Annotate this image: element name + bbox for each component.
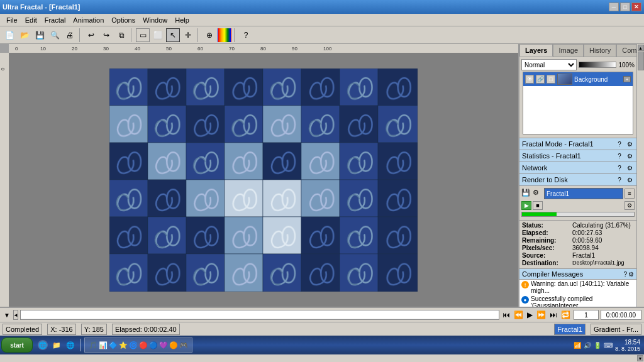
move-button[interactable]: ✛ — [181, 28, 195, 42]
help-button[interactable]: ? — [239, 28, 253, 42]
zoom-in-button[interactable]: ⊕ — [203, 28, 216, 42]
save-button[interactable]: 💾 — [33, 28, 47, 42]
panel-tabs: Layers Image History Comments — [519, 44, 636, 57]
tab-comments[interactable]: Comments — [616, 44, 636, 57]
status-y-coord: Y: 185 — [81, 324, 107, 335]
browse-button[interactable]: 🔍 — [48, 28, 62, 42]
copy-button[interactable]: ⧉ — [114, 28, 128, 42]
statistics-help-icon[interactable]: ? — [615, 151, 624, 160]
taskbar-folder-icon[interactable]: 📁 — [50, 337, 63, 353]
tab-history[interactable]: History — [584, 44, 616, 57]
network-help-icon[interactable]: ? — [615, 163, 624, 172]
loop-btn[interactable]: 🔁 — [560, 310, 572, 319]
svg-rect-23 — [301, 69, 340, 106]
zoom-rect-button[interactable]: ⬜ — [151, 28, 165, 42]
fractal-mode-label: Fractal Mode - Fractal1 — [522, 140, 594, 148]
render-help-icon[interactable]: ? — [615, 175, 624, 184]
window-controls[interactable]: ─ □ ✕ — [609, 3, 641, 11]
svg-text:50: 50 — [166, 46, 172, 52]
fractal-mode-section[interactable]: Fractal Mode - Fractal1 ? ⚙ — [519, 138, 636, 150]
start-button[interactable]: start — [1, 337, 33, 353]
fractal1-taskbtn[interactable]: Fractal1 — [554, 324, 586, 335]
menu-fractal[interactable]: Fractal — [41, 15, 70, 25]
undo-button[interactable]: ↩ — [84, 28, 98, 42]
fractal-mode-settings-icon[interactable]: ⚙ — [625, 140, 634, 148]
timeline-prev-btn[interactable]: ◄ — [13, 310, 18, 320]
render-settings-icon[interactable]: ⚙ — [625, 175, 634, 184]
network-section[interactable]: Network ? ⚙ — [519, 162, 636, 174]
render-filename-display: Fractal1 — [544, 188, 623, 199]
play-btn[interactable]: ▶ — [526, 310, 534, 319]
keyboard-icon: ⌨ — [604, 342, 613, 349]
render-stop-button[interactable]: ■ — [533, 201, 543, 210]
vscroll-thumb[interactable] — [638, 52, 644, 70]
fractal-image — [109, 69, 418, 292]
pixels-value: 36098.94 — [572, 244, 599, 251]
time-input[interactable]: 0:00:00.00 — [601, 310, 641, 320]
play-prev-btn[interactable]: ⏪ — [513, 310, 525, 319]
layer-add-button[interactable]: + — [623, 76, 631, 82]
redo-button[interactable]: ↪ — [99, 28, 113, 42]
maximize-button[interactable]: □ — [620, 3, 630, 11]
frame-input[interactable]: 1 — [574, 310, 599, 320]
color-button[interactable] — [218, 28, 231, 42]
fractal-mode-help-icon[interactable]: ? — [615, 140, 624, 148]
layer-controls: Normal 100% 👁 🔗 □ — [519, 57, 636, 138]
menu-help[interactable]: Help — [171, 15, 193, 25]
menu-window[interactable]: Window — [139, 15, 171, 25]
open-button[interactable]: 📂 — [18, 28, 31, 42]
svg-rect-48 — [340, 180, 378, 217]
rect-select-button[interactable]: ▭ — [136, 28, 150, 42]
close-button[interactable]: ✕ — [631, 3, 641, 11]
canvas-area: 0 10 20 30 40 50 60 70 80 90 100 0 — [0, 44, 518, 307]
layer-item-background[interactable]: 👁 🔗 □ Background + — [523, 72, 633, 86]
layer-visible-icon[interactable]: 👁 — [525, 75, 534, 84]
compiler-settings-icon[interactable]: ⚙ — [628, 271, 634, 278]
menu-file[interactable]: File — [3, 15, 21, 25]
svg-rect-27 — [148, 106, 186, 143]
taskbar-browser-icon[interactable]: 🌐 — [36, 337, 49, 353]
svg-text:80: 80 — [260, 46, 266, 52]
new-button[interactable]: 📄 — [3, 28, 16, 42]
play-end-btn[interactable]: ⏭ — [548, 310, 558, 319]
layer-list[interactable]: 👁 🔗 □ Background + — [523, 72, 633, 134]
fractal-viewport[interactable] — [9, 53, 518, 307]
blend-mode-select[interactable]: Normal — [521, 59, 577, 70]
menu-edit[interactable]: Edit — [21, 15, 41, 25]
menu-animation[interactable]: Animation — [69, 15, 108, 25]
menu-options[interactable]: Options — [108, 15, 139, 25]
elapsed-value: 0:00:27.63 — [572, 229, 602, 236]
taskbar-ie-icon[interactable]: 🌐 — [64, 337, 77, 353]
vscroll-up-btn[interactable]: ▲ — [638, 45, 644, 51]
render-to-disk-section[interactable]: Render to Disk ? ⚙ — [519, 174, 636, 186]
svg-rect-41 — [378, 143, 418, 180]
render-start-button[interactable]: ▶ — [521, 201, 531, 210]
tab-layers[interactable]: Layers — [519, 44, 553, 57]
print-button[interactable]: 🖨 — [63, 28, 77, 42]
svg-rect-24 — [340, 69, 378, 106]
compiler-header: Compiler Messages ? ⚙ — [519, 268, 636, 280]
tab-image[interactable]: Image — [553, 44, 584, 57]
network-icon: 📶 — [574, 342, 581, 349]
pointer-button[interactable]: ↖ — [166, 28, 180, 42]
minimize-button[interactable]: ─ — [609, 3, 619, 11]
render-area: 💾 ⚙ Fractal1 ≡ ▶ ■ ⚙ — [519, 186, 636, 221]
taskbar-app-icons[interactable]: 🎵 📊 🔷 ⭐ 🌀 🔴 🔵 💜 🟠 🎮 — [84, 337, 192, 353]
network-settings-icon[interactable]: ⚙ — [625, 163, 634, 172]
clock-time: 18:54 — [625, 339, 640, 346]
render-options-button[interactable]: ⚙ — [625, 201, 635, 210]
right-panel-vscroll[interactable]: ▲ ▼ — [636, 44, 644, 307]
layer-link-icon[interactable]: 🔗 — [536, 75, 545, 84]
render-buttons-row: ▶ ■ ⚙ — [521, 201, 635, 210]
compiler-help-icon[interactable]: ? — [623, 271, 627, 278]
gradient-taskbtn[interactable]: Gradient - Fr... — [591, 324, 641, 335]
statistics-section[interactable]: Statistics - Fractal1 ? ⚙ — [519, 150, 636, 162]
status-x-coord: X: -316 — [47, 324, 75, 335]
layer-lock-icon[interactable]: □ — [547, 75, 555, 84]
speaker-icon: 🔊 — [584, 342, 591, 349]
play-start-btn[interactable]: ⏮ — [501, 310, 511, 319]
statistics-settings-icon[interactable]: ⚙ — [625, 151, 634, 160]
svg-rect-32 — [340, 106, 378, 143]
play-next-btn[interactable]: ⏩ — [535, 310, 547, 319]
render-menu-button[interactable]: ≡ — [625, 189, 635, 199]
